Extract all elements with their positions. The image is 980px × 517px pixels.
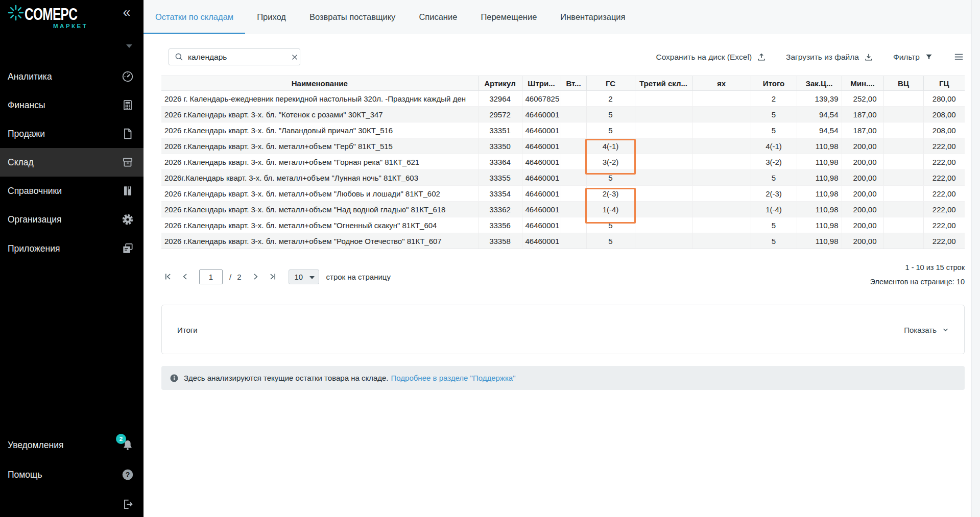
sidebar-item-bottom-1[interactable]: Помощь? (0, 460, 144, 489)
table-cell (561, 154, 586, 170)
table-row-6[interactable]: 2026 г.Календарь кварт. 3-х. бл. металл+… (161, 186, 965, 202)
menu-button[interactable] (953, 51, 965, 63)
filter-label: Фильтр (893, 53, 920, 62)
next-page-button[interactable] (249, 270, 262, 283)
table-cell: 110,98 (797, 217, 842, 233)
sidebar-item-main-1[interactable]: Финансы (0, 91, 144, 119)
tab-0[interactable]: Остатки по складам (144, 0, 245, 34)
table-cell: 200,00 (842, 138, 883, 154)
column-header-6[interactable]: ях (692, 76, 751, 91)
column-header-3[interactable]: Вт... (561, 76, 586, 91)
table-row-8[interactable]: 2026 г.Календарь кварт. 3-х. бл. металл+… (161, 217, 965, 233)
table-cell: 2(-3) (586, 186, 635, 202)
info-icon (170, 374, 179, 383)
last-page-icon (268, 272, 278, 282)
table-row-9[interactable]: 2026 г.Календарь кварт. 3-х. бл. металл+… (161, 233, 965, 249)
table-row-0[interactable]: 2026 г. Календарь-ежедневник перекидной … (161, 91, 965, 107)
table-cell (635, 170, 692, 186)
tab-1[interactable]: Приход (245, 0, 298, 34)
table-cell (635, 233, 692, 249)
column-header-2[interactable]: Штри... (522, 76, 561, 91)
tab-4[interactable]: Перемещение (469, 0, 548, 34)
main-area: Остатки по складамПриходВозвраты поставщ… (144, 0, 971, 517)
table-row-7[interactable]: 2026 г.Календарь кварт. 3-х. бл. металл+… (161, 202, 965, 217)
save-to-excel-button[interactable]: Сохранить на диск (Excel) (656, 52, 767, 62)
page-size-select[interactable]: 10 (289, 269, 319, 284)
stock-table: НаименованиеАртикулШтри...Вт...ГСТретий … (161, 76, 965, 249)
table-cell (692, 107, 751, 122)
table-cell: 46460001 (522, 202, 561, 217)
table-cell: 5 (751, 170, 797, 186)
table-cell: 33355 (478, 170, 522, 186)
prev-page-button[interactable] (179, 270, 192, 283)
table-cell (635, 202, 692, 217)
sidebar-item-bottom-0[interactable]: Уведомления2 (0, 431, 144, 459)
tab-3[interactable]: Списание (407, 0, 469, 34)
sidebar-item-main-3[interactable]: Склад (0, 148, 144, 177)
sidebar-item-bottom-2[interactable] (0, 490, 144, 517)
table-row-1[interactable]: 2026 г.Календарь кварт. 3-х. бл. "Котено… (161, 107, 965, 122)
table-row-4[interactable]: 2026 г.Календарь кварт. 3-х. бл. металл+… (161, 154, 965, 170)
column-header-8[interactable]: Зак.Ц... (797, 76, 842, 91)
table-cell: 200,00 (842, 202, 883, 217)
table-cell (692, 170, 751, 186)
scrollbar[interactable] (971, 0, 980, 517)
column-header-10[interactable]: ВЦ (883, 76, 923, 91)
support-link[interactable]: Подробнее в разделе "Поддержка" (391, 374, 516, 382)
table-cell: 33358 (478, 233, 522, 249)
column-header-5[interactable]: Третий скл... (635, 76, 692, 91)
totals-show-button[interactable]: Показать (904, 325, 950, 334)
tab-bar: Остатки по складамПриходВозвраты поставщ… (144, 0, 971, 34)
tab-5[interactable]: Инвентаризация (548, 0, 637, 34)
sidebar-item-main-4[interactable]: Справочники (0, 177, 144, 205)
sidebar-item-main-2[interactable]: Продажи (0, 119, 144, 148)
page-number-input[interactable] (199, 269, 223, 284)
table-cell: 5 (751, 122, 797, 138)
table-cell: 5 (586, 107, 635, 122)
first-page-button[interactable] (161, 270, 175, 283)
table-cell: 110,98 (797, 138, 842, 154)
pagination-summary: 1 - 10 из 15 строк Элементов на странице… (870, 260, 965, 289)
filter-button[interactable]: Фильтр (893, 53, 934, 62)
table-cell: 139,39 (797, 91, 842, 107)
tab-2[interactable]: Возвраты поставщику (298, 0, 407, 34)
column-header-1[interactable]: Артикул (478, 76, 522, 91)
sidebar-item-main-5[interactable]: Организация (0, 205, 144, 234)
table-cell: 2026 г.Календарь кварт. 3-х. бл. "Котено… (161, 107, 478, 122)
table-cell (883, 217, 923, 233)
sidebar-collapse-button[interactable]: « (117, 2, 136, 22)
table-cell: 280,00 (923, 91, 965, 107)
last-page-button[interactable] (266, 270, 279, 283)
search-input[interactable] (188, 53, 290, 62)
sidebar-item-main-6[interactable]: Приложения (0, 234, 144, 263)
clear-search-icon[interactable] (290, 53, 299, 62)
table-cell: 3(-2) (586, 154, 635, 170)
table-cell: 200,00 (842, 233, 883, 249)
sidebar-item-label: Уведомления (8, 440, 63, 451)
table-row-5[interactable]: 2026г.Календарь кварт. 3-х. бл. металл+о… (161, 170, 965, 186)
column-header-11[interactable]: ГЦ (923, 76, 965, 91)
load-from-file-button[interactable]: Загрузить из файла (786, 52, 874, 62)
table-row-2[interactable]: 2026 г.Календарь кварт. 3-х. бл. "Лаванд… (161, 122, 965, 138)
column-header-9[interactable]: Мин.... (842, 76, 883, 91)
column-header-0[interactable]: Наименование (161, 76, 478, 91)
sidebar-item-label: Справочники (8, 186, 62, 196)
table-cell: 200,00 (842, 186, 883, 202)
table-cell: 5 (751, 233, 797, 249)
table-cell (883, 186, 923, 202)
table-cell: 2026 г.Календарь кварт. 3-х. бл. "Лаванд… (161, 122, 478, 138)
table-cell (883, 107, 923, 122)
table-cell: 2026 г.Календарь кварт. 3-х. бл. металл+… (161, 202, 478, 217)
table-cell (561, 170, 586, 186)
table-row-3[interactable]: 2026 г.Календарь кварт. 3-х. бл. металл+… (161, 138, 965, 154)
column-header-7[interactable]: Итого (751, 76, 797, 91)
table-cell: 5 (586, 233, 635, 249)
column-header-4[interactable]: ГС (586, 76, 635, 91)
chevron-down-icon[interactable] (126, 44, 132, 48)
table-cell (692, 217, 751, 233)
sidebar-item-label: Склад (8, 157, 34, 168)
brand-subtitle: МАРКЕТ (53, 23, 88, 29)
table-cell: 222,00 (923, 154, 965, 170)
table-cell: 208,00 (923, 122, 965, 138)
sidebar-item-main-0[interactable]: Аналитика (0, 62, 144, 91)
